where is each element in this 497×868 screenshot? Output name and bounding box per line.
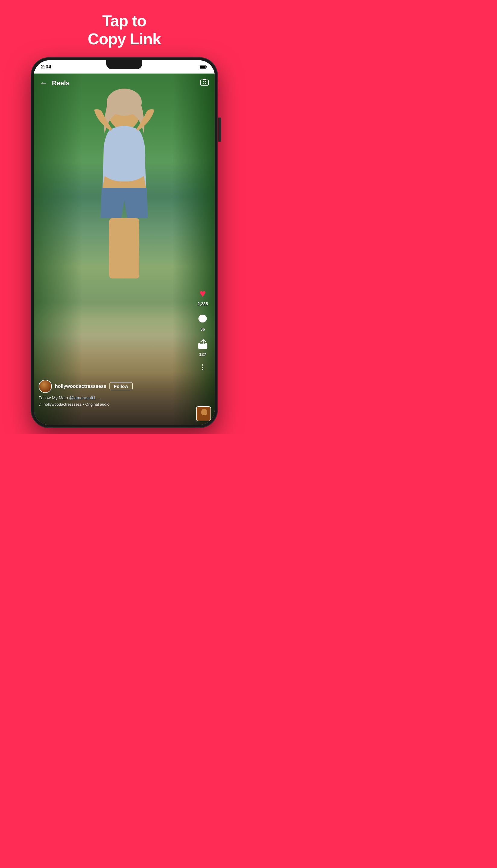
top-bar: ← Reels	[34, 74, 215, 93]
video-area[interactable]: ← Reels	[34, 74, 215, 425]
header-line2: Copy Link	[88, 30, 161, 48]
video-thumbnail[interactable]	[196, 406, 211, 421]
share-count: 127	[199, 352, 206, 357]
svg-rect-3	[197, 65, 198, 69]
svg-rect-2	[196, 65, 197, 69]
battery-icon	[200, 65, 208, 69]
svg-rect-6	[200, 66, 205, 68]
phone-inner: 2:04	[34, 60, 215, 425]
share-action[interactable]: 127	[196, 338, 209, 357]
phone-wrapper: 2:04	[31, 57, 218, 428]
caption-row: Follow My Main @lamorasoft1 ...	[39, 395, 189, 400]
svg-rect-5	[206, 66, 207, 67]
comment-icon	[197, 313, 208, 324]
reels-title: Reels	[52, 79, 70, 87]
wifi-icon	[186, 65, 191, 69]
svg-rect-7	[201, 80, 208, 85]
more-button[interactable]: ⋮	[199, 364, 206, 371]
right-actions: ♥ 2,235 36	[196, 287, 209, 371]
camera-button[interactable]	[200, 79, 209, 88]
svg-point-8	[203, 81, 206, 84]
like-count: 2,235	[197, 301, 208, 306]
status-time: 2:04	[41, 64, 51, 70]
bottom-info: hollywoodactresssess Follow Follow My Ma…	[34, 380, 194, 407]
avatar	[39, 380, 52, 393]
username: hollywoodactresssess	[55, 384, 106, 389]
follow-button[interactable]: Follow	[110, 382, 133, 390]
svg-rect-9	[203, 79, 206, 80]
audio-row: ♫ hollywoodactresssess • Original audio	[39, 402, 189, 407]
phone-outer: 2:04	[31, 57, 218, 428]
header-line1: Tap to	[88, 12, 161, 30]
caption-mention: @lamorasoft1 ...	[69, 395, 100, 400]
back-button[interactable]: ←	[40, 78, 48, 88]
video-person	[82, 86, 167, 291]
audio-text: hollywoodactresssess • Original audio	[44, 402, 110, 407]
header-text: Tap to Copy Link	[88, 12, 161, 48]
signal-icon	[193, 65, 198, 69]
caption-text: Follow My Main	[39, 395, 68, 400]
like-action[interactable]: ♥ 2,235	[196, 287, 209, 306]
svg-rect-13	[122, 218, 139, 279]
heart-icon: ♥	[199, 287, 206, 300]
status-bar: 2:04	[34, 60, 215, 74]
notch	[106, 60, 142, 69]
music-note-icon: ♫	[39, 402, 42, 407]
status-icons	[186, 65, 208, 69]
comment-action[interactable]: 36	[196, 312, 209, 332]
share-icon	[197, 339, 208, 350]
user-row: hollywoodactresssess Follow	[39, 380, 189, 393]
svg-rect-1	[194, 66, 195, 69]
svg-rect-0	[193, 67, 194, 69]
comment-count: 36	[200, 327, 205, 332]
